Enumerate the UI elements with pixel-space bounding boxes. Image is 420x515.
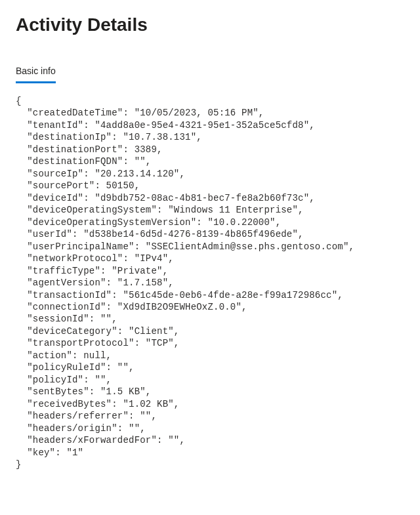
tab-basic-info[interactable]: Basic info [16, 66, 56, 83]
tab-row: Basic info [16, 66, 404, 83]
page-title: Activity Details [16, 14, 404, 35]
activity-json: { "createdDateTime": "10/05/2023, 05:16 … [16, 95, 404, 471]
